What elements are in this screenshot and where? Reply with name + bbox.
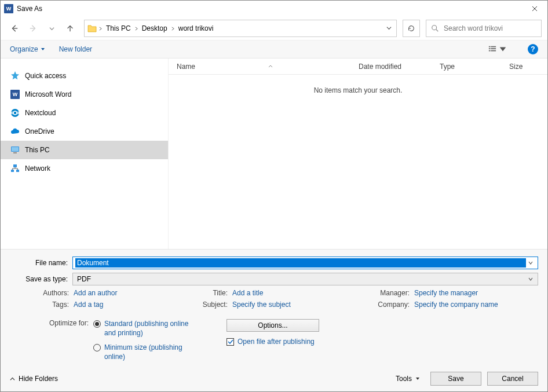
address-dropdown[interactable]	[384, 22, 394, 35]
view-options-button[interactable]	[488, 45, 507, 53]
new-folder-button[interactable]: New folder	[59, 45, 92, 53]
star-icon	[10, 71, 20, 81]
type-value: PDF	[75, 274, 526, 284]
sidebar-item-label: OneDrive	[25, 127, 54, 135]
toolbar: Organize New folder ?	[1, 40, 547, 58]
network-icon	[10, 163, 20, 174]
manager-value[interactable]: Specify the manager	[414, 289, 478, 297]
column-name[interactable]: Name	[169, 63, 350, 71]
chevron-right-icon	[171, 27, 175, 31]
column-label: Size	[509, 63, 523, 71]
svg-rect-4	[491, 48, 496, 49]
empty-message: No items match your search.	[169, 75, 547, 106]
sidebar: Quick access W Microsoft Word Nextcloud …	[1, 58, 169, 249]
sidebar-item-this-pc[interactable]: This PC	[1, 141, 168, 159]
filename-dropdown[interactable]	[526, 259, 535, 267]
address-bar[interactable]: This PC Desktop word trikovi	[84, 20, 397, 37]
column-label: Date modified	[359, 63, 401, 71]
svg-rect-13	[13, 152, 17, 153]
filename-value[interactable]: Dokument	[75, 258, 526, 268]
chevron-right-icon	[134, 27, 138, 31]
up-button[interactable]	[62, 20, 78, 36]
cancel-button[interactable]: Cancel	[487, 372, 538, 386]
sidebar-item-quick-access[interactable]: Quick access	[1, 67, 168, 85]
filename-label: File name:	[10, 259, 72, 267]
tags-value[interactable]: Add a tag	[74, 301, 103, 309]
word-app-icon: W	[4, 4, 13, 13]
svg-point-0	[432, 25, 437, 30]
close-icon	[532, 6, 538, 12]
filename-combo[interactable]: Dokument	[72, 257, 538, 269]
tools-label: Tools	[396, 375, 412, 383]
monitor-icon	[10, 145, 20, 155]
open-after-checkbox[interactable]: Open file after publishing	[226, 338, 319, 346]
sidebar-item-nextcloud[interactable]: Nextcloud	[1, 104, 168, 122]
column-label: Name	[177, 63, 195, 71]
title-value[interactable]: Add a title	[232, 289, 263, 297]
svg-rect-15	[11, 170, 14, 172]
svg-rect-12	[12, 147, 19, 151]
column-type[interactable]: Type	[432, 63, 501, 71]
caret-down-icon	[415, 376, 420, 381]
tools-dropdown[interactable]: Tools	[391, 372, 425, 385]
options-button[interactable]: Options...	[226, 319, 319, 332]
forward-button[interactable]	[25, 20, 41, 36]
search-icon	[431, 24, 439, 32]
organize-button[interactable]: Organize	[10, 45, 45, 53]
open-after-label: Open file after publishing	[238, 338, 315, 346]
svg-rect-16	[16, 170, 19, 172]
arrow-left-icon	[10, 24, 19, 32]
dialog-title: Save As	[17, 5, 521, 13]
optimize-minimum-radio[interactable]: Minimum size (publishing online)	[93, 343, 192, 361]
hide-folders-button[interactable]: Hide Folders	[10, 375, 58, 383]
arrow-right-icon	[29, 24, 37, 32]
sidebar-item-network[interactable]: Network	[1, 159, 168, 178]
close-button[interactable]	[521, 1, 547, 17]
breadcrumb-folder[interactable]: word trikovi	[176, 23, 216, 34]
breadcrumb-this-pc[interactable]: This PC	[104, 23, 133, 34]
nav-row: This PC Desktop word trikovi	[1, 17, 547, 40]
word-icon: W	[10, 89, 20, 100]
sidebar-item-word[interactable]: W Microsoft Word	[1, 85, 168, 104]
search-box[interactable]	[426, 20, 542, 37]
svg-point-7	[11, 109, 19, 117]
sidebar-item-label: Network	[25, 164, 50, 173]
manager-label: Manager:	[362, 289, 414, 297]
file-list: Name Date modified Type Size No items ma…	[169, 58, 547, 249]
sidebar-item-label: This PC	[25, 146, 50, 154]
recent-locations-button[interactable]	[43, 20, 60, 36]
nextcloud-icon	[10, 108, 20, 118]
column-size[interactable]: Size	[501, 63, 547, 71]
authors-value[interactable]: Add an author	[74, 289, 117, 297]
chevron-down-icon	[528, 277, 533, 281]
caret-down-icon	[41, 47, 45, 52]
type-combo[interactable]: PDF	[72, 273, 538, 285]
optimize-standard-radio[interactable]: Standard (publishing online and printing…	[93, 319, 192, 338]
subject-value[interactable]: Specify the subject	[232, 301, 291, 309]
back-button[interactable]	[6, 20, 23, 36]
refresh-button[interactable]	[403, 20, 420, 37]
titlebar: W Save As	[1, 1, 547, 17]
main-area: Quick access W Microsoft Word Nextcloud …	[1, 58, 547, 249]
type-dropdown[interactable]	[526, 275, 535, 283]
save-button[interactable]: Save	[430, 372, 481, 386]
folder-icon	[87, 23, 97, 34]
radio-icon	[93, 344, 101, 351]
column-date[interactable]: Date modified	[350, 63, 432, 71]
column-headers: Name Date modified Type Size	[169, 58, 547, 75]
tags-label: Tags:	[10, 301, 74, 309]
refresh-icon	[407, 24, 415, 32]
column-label: Type	[440, 63, 455, 71]
checkbox-icon	[226, 338, 234, 346]
radio-icon	[93, 320, 101, 328]
sidebar-item-onedrive[interactable]: OneDrive	[1, 122, 168, 141]
sidebar-item-label: Nextcloud	[25, 109, 56, 117]
breadcrumb-desktop[interactable]: Desktop	[140, 23, 170, 34]
help-button[interactable]: ?	[528, 44, 538, 54]
svg-rect-5	[489, 50, 491, 52]
search-input[interactable]	[443, 24, 536, 33]
svg-rect-3	[489, 48, 491, 49]
company-value[interactable]: Specify the company name	[414, 301, 498, 309]
cloud-icon	[10, 126, 20, 137]
metadata-grid: Authors:Add an author Tags:Add a tag Tit…	[10, 289, 538, 312]
